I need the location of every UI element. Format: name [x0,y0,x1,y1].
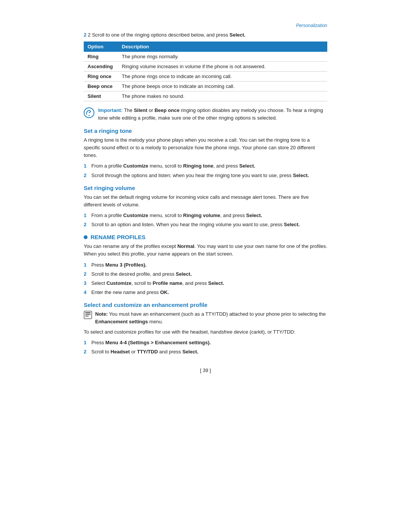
important-label: Important: [98,107,123,113]
step-text: Scroll to an option and listen. When you… [91,221,300,228]
step-text: Press Menu 4-4 (Settings > Enhancement s… [91,339,211,347]
col-header-option: Option [84,42,118,52]
description-cell: The phone rings normally. [118,52,327,62]
content-area: Personalization 2 2 Scroll to one of the… [84,23,327,373]
option-cell: Ring once [84,72,118,81]
important-icon [84,107,94,118]
svg-rect-4 [85,314,91,315]
table-row: RingThe phone rings normally. [84,52,327,62]
set-ringing-tone-body: A ringing tone is the melody your phone … [84,136,327,159]
set-ringing-volume-heading: Set ringing volume [84,185,327,191]
step-text: Select Customize, scroll to Profile name… [91,280,224,287]
svg-rect-5 [85,316,89,316]
important-note-text: Important: The Silent or Beep once ringi… [98,107,327,121]
select-customize-heading: Select and customize an enhancement prof… [84,302,327,308]
note-box-small: Note: You must have an enhancement (such… [84,310,327,325]
step-num: 1 [84,261,89,269]
page-number: [ 39 ] [84,367,327,373]
list-item: 1Press Menu 4-4 (Settings > Enhancement … [84,339,327,347]
step-text: From a profile Customize menu, scroll to… [91,212,262,219]
intro-num: 2 [84,32,86,38]
list-item: 3Select Customize, scroll to Profile nam… [84,280,327,287]
step-num: 2 [84,348,89,356]
description-cell: Ringing volume increases in volume if th… [118,62,327,72]
step-text: Enter the new name and press OK. [91,289,169,296]
description-cell: The phone makes no sound. [118,91,327,101]
select-customize-body: To select and customize profiles for use… [84,328,327,336]
page: Personalization 2 2 Scroll to one of the… [0,0,411,532]
svg-rect-3 [85,312,91,313]
step-num: 2 [84,172,89,179]
option-cell: Beep once [84,81,118,91]
intro-text: 2 2 Scroll to one of the ringing options… [84,32,327,38]
section-label: Personalization [84,23,327,28]
step-num: 2 [84,270,89,278]
bullet-dot [84,235,88,239]
step-num: 2 [84,221,89,228]
list-item: 1From a profile Customize menu, scroll t… [84,162,327,170]
list-item: 2Scroll to Headset or TTY/TDD and press … [84,348,327,356]
option-cell: Silent [84,91,118,101]
options-table: Option Description RingThe phone rings n… [84,42,327,101]
note-text-small: Note: You must have an enhancement (such… [95,310,327,325]
list-item: 1From a profile Customize menu, scroll t… [84,212,327,219]
table-row: Ring onceThe phone rings once to indicat… [84,72,327,81]
list-item: 2Scroll to an option and listen. When yo… [84,221,327,228]
step-text: Press Menu 3 (Profiles). [91,261,147,269]
col-header-description: Description [118,42,327,52]
step-num: 1 [84,212,89,219]
rename-profiles-heading: RENAME PROFILES [84,234,327,240]
step-num: 1 [84,162,89,170]
set-ringing-volume-body: You can set the default ringing volume f… [84,193,327,209]
table-row: Beep onceThe phone beeps once to indicat… [84,81,327,91]
description-cell: The phone beeps once to indicate an inco… [118,81,327,91]
set-ringing-tone-heading: Set a ringing tone [84,128,327,134]
step-text: Scroll to Headset or TTY/TDD and press S… [91,348,198,356]
list-item: 2Scroll through the options and listen; … [84,172,327,179]
note-icon [84,311,92,319]
step-text: From a profile Customize menu, scroll to… [91,162,255,170]
table-header-row: Option Description [84,42,327,52]
step-num: 1 [84,339,89,347]
step-text: Scroll to the desired profile, and press… [91,270,192,278]
rename-profiles-steps: 1Press Menu 3 (Profiles).2Scroll to the … [84,261,327,297]
rename-profiles-body: You can rename any of the profiles excep… [84,243,327,258]
option-cell: Ascending [84,62,118,72]
ringing-tone-steps: 1From a profile Customize menu, scroll t… [84,162,327,179]
list-item: 2Scroll to the desired profile, and pres… [84,270,327,278]
ringing-volume-steps: 1From a profile Customize menu, scroll t… [84,212,327,228]
step-text: Scroll through the options and listen; w… [91,172,309,179]
table-row: AscendingRinging volume increases in vol… [84,62,327,72]
list-item: 4Enter the new name and press OK. [84,289,327,296]
table-row: SilentThe phone makes no sound. [84,91,327,101]
important-note-box: Important: The Silent or Beep once ringi… [84,107,327,121]
description-cell: The phone rings once to indicate an inco… [118,72,327,81]
step-num: 4 [84,289,89,296]
svg-point-1 [89,115,90,116]
list-item: 1Press Menu 3 (Profiles). [84,261,327,269]
step-num: 3 [84,280,89,287]
option-cell: Ring [84,52,118,62]
select-customize-steps: 1Press Menu 4-4 (Settings > Enhancement … [84,339,327,356]
